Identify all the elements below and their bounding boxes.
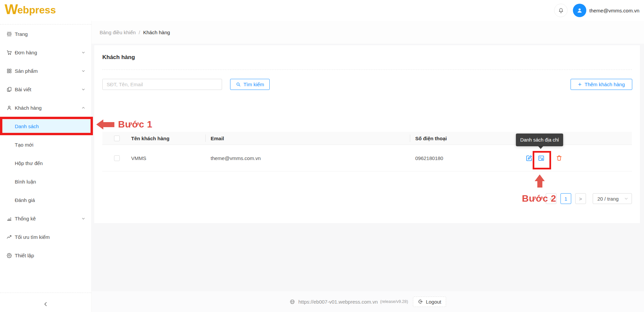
search-icon xyxy=(236,82,241,87)
sidebar-subitem-hop-thu-den[interactable]: Hộp thư đến xyxy=(0,156,91,170)
trend-up-icon xyxy=(6,234,12,240)
pagination-page-1[interactable]: 1 xyxy=(560,193,571,204)
table-row: VMMS theme@vmms.com.vn 0962180180 xyxy=(102,145,632,171)
column-header-email: Email xyxy=(205,136,410,141)
grid-icon xyxy=(6,68,12,74)
sidebar-subitem-danh-gia[interactable]: Đánh giá xyxy=(0,193,91,207)
breadcrumb: Bảng điều khiển / Khách hàng xyxy=(100,21,170,44)
cell-customer-email: theme@vmms.com.vn xyxy=(205,155,410,161)
posts-icon xyxy=(6,87,12,92)
sidebar-item-thong-ke[interactable]: Thống kê xyxy=(0,212,91,225)
sidebar-item-label: Thiết lập xyxy=(15,253,34,258)
sidebar-item-label: Hộp thư đến xyxy=(15,160,43,166)
add-customer-button[interactable]: + Thêm khách hàng xyxy=(571,79,632,90)
row-checkbox-cell xyxy=(102,155,131,161)
site-url-link[interactable]: https://eb007-v01.webpress.com.vn xyxy=(298,299,378,305)
chevron-down-icon xyxy=(82,69,85,73)
pagination: < 1 > 20 / trang xyxy=(546,193,632,204)
search-button[interactable]: Tìm kiếm xyxy=(230,79,270,90)
header-checkbox-cell xyxy=(102,136,131,141)
logo-w: W xyxy=(5,2,17,17)
sidebar-item-thiet-lap[interactable]: Thiết lập xyxy=(0,249,91,262)
sidebar-item-label: Bài viết xyxy=(15,87,31,92)
notifications-button[interactable] xyxy=(554,4,568,17)
sidebar-subitem-tao-moi[interactable]: Tạo mới xyxy=(0,138,91,151)
breadcrumb-separator: / xyxy=(139,30,140,35)
sidebar-item-label: Khách hàng xyxy=(15,105,42,111)
sidebar-item-label: Sản phẩm xyxy=(15,68,38,74)
annotation-arrow-up-body xyxy=(537,181,542,188)
chevron-down-icon xyxy=(82,88,85,91)
top-bar: Webpress theme@vmms.com.vn xyxy=(0,0,644,21)
chevron-down-icon xyxy=(82,51,85,54)
logo-text: ebpress xyxy=(17,3,56,17)
breadcrumb-band xyxy=(92,21,644,44)
chevron-up-icon xyxy=(82,106,85,110)
plus-icon: + xyxy=(578,82,582,88)
search-input[interactable] xyxy=(102,79,222,90)
page-size-value: 20 / trang xyxy=(597,196,619,202)
sidebar-divider xyxy=(0,24,91,24)
sidebar-subitem-binh-luan[interactable]: Bình luận xyxy=(0,175,91,188)
title-divider xyxy=(102,69,632,70)
page-size-select[interactable]: 20 / trang xyxy=(593,193,632,204)
sidebar-item-label: Trang xyxy=(15,31,28,37)
sidebar-collapse-button[interactable] xyxy=(0,297,91,311)
row-actions xyxy=(511,155,632,162)
sidebar-item-label: Tối ưu tìm kiếm xyxy=(15,234,50,240)
annotation-arrow-left-body xyxy=(103,122,114,127)
webpress-logo[interactable]: Webpress xyxy=(5,2,56,17)
breadcrumb-current: Khách hàng xyxy=(143,30,170,35)
customer-icon xyxy=(6,105,12,111)
sidebar-item-label: Tạo mới xyxy=(15,142,34,148)
avatar-person-icon xyxy=(576,7,583,14)
logout-icon xyxy=(418,299,423,304)
delete-customer-icon[interactable] xyxy=(556,155,562,161)
annotation-step2-label: Bước 2 xyxy=(522,193,556,204)
add-customer-label: Thêm khách hàng xyxy=(585,82,625,87)
cart-icon xyxy=(6,50,12,55)
row-checkbox[interactable] xyxy=(114,155,120,161)
globe-icon xyxy=(289,299,295,305)
search-button-label: Tìm kiếm xyxy=(244,82,264,87)
tooltip-arrow xyxy=(538,146,543,149)
sidebar-nav: Trang Đơn hàng xyxy=(0,27,91,267)
sidebar-item-bai-viet[interactable]: Bài viết xyxy=(0,83,91,96)
annotation-box-step2 xyxy=(533,151,551,169)
select-all-checkbox[interactable] xyxy=(114,136,120,141)
avatar[interactable] xyxy=(573,4,586,17)
column-header-phone: Số điện thoại xyxy=(410,136,511,141)
sidebar-item-trang[interactable]: Trang xyxy=(0,27,91,41)
cell-customer-phone: 0962180180 xyxy=(410,155,511,161)
cell-customer-name: VMMS xyxy=(131,155,205,161)
logout-button[interactable]: Logout xyxy=(413,297,446,307)
annotation-arrow-left xyxy=(96,119,103,129)
sidebar-divider xyxy=(0,293,91,293)
logout-label: Logout xyxy=(426,299,441,305)
sidebar-item-khach-hang[interactable]: Khách hàng xyxy=(0,101,91,114)
pagination-next-button[interactable]: > xyxy=(575,193,586,204)
breadcrumb-dashboard[interactable]: Bảng điều khiển xyxy=(100,30,136,35)
sidebar-item-don-hang[interactable]: Đơn hàng xyxy=(0,46,91,59)
chevron-left-icon xyxy=(43,301,49,307)
sidebar-item-label: Bình luận xyxy=(15,179,36,185)
annotation-box-step1 xyxy=(0,117,93,135)
sidebar-item-toi-uu-tim-kiem[interactable]: Tối ưu tìm kiếm xyxy=(0,230,91,244)
release-version: (release/v9.28) xyxy=(380,299,408,304)
column-header-name: Tên khách hàng xyxy=(131,136,205,141)
bell-icon xyxy=(558,7,564,14)
annotation-arrow-up xyxy=(535,174,545,181)
page-title: Khách hàng xyxy=(102,54,135,61)
bar-chart-icon xyxy=(6,216,12,221)
footer: https://eb007-v01.webpress.com.vn (relea… xyxy=(92,291,644,312)
sidebar-item-san-pham[interactable]: Sản phẩm xyxy=(0,64,91,77)
edit-customer-icon[interactable] xyxy=(526,155,533,162)
sidebar-item-label: Đánh giá xyxy=(15,197,35,203)
user-email[interactable]: theme@vmms.com.vn xyxy=(589,0,639,21)
app-window: Webpress theme@vmms.com.vn xyxy=(0,0,644,312)
sidebar-item-label: Thống kê xyxy=(15,216,36,221)
sidebar-item-label: Đơn hàng xyxy=(15,50,37,55)
annotation-step1-label: Bước 1 xyxy=(118,119,152,130)
chevron-down-icon xyxy=(82,217,85,220)
tooltip-danh-sach-dia-chi: Danh sách địa chỉ xyxy=(516,134,563,146)
